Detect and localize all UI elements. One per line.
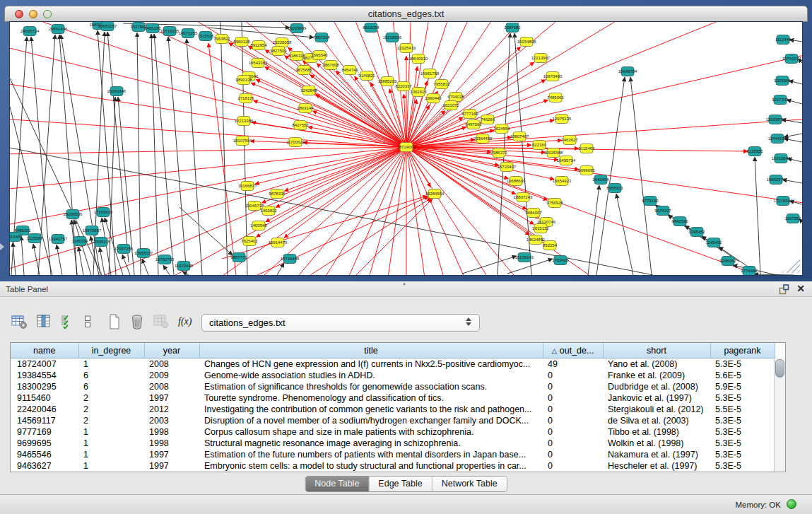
graph-node[interactable]: 1145492 bbox=[706, 238, 723, 247]
tab-network-table[interactable]: Network Table bbox=[432, 477, 507, 491]
graph-node[interactable]: 1621072 bbox=[442, 101, 459, 110]
graph-edge[interactable] bbox=[755, 157, 760, 275]
graph-node[interactable]: 18107554 bbox=[233, 136, 252, 146]
graph-node[interactable]: 2867608 bbox=[322, 61, 339, 70]
network-canvas[interactable]: 1872400779638228960128891295423226058982… bbox=[9, 21, 803, 276]
graph-node[interactable]: 15716485 bbox=[281, 255, 300, 264]
function-builder-icon[interactable]: f(x) bbox=[178, 316, 192, 327]
graph-edge[interactable] bbox=[71, 220, 77, 275]
graph-edge[interactable] bbox=[588, 185, 599, 275]
row-height-icon[interactable] bbox=[83, 315, 92, 329]
graph-node[interactable]: 7515526 bbox=[197, 32, 214, 41]
graph-node[interactable]: 16495754 bbox=[557, 156, 576, 165]
graph-node[interactable]: 2718176 bbox=[237, 94, 254, 103]
graph-node[interactable]: 15692971 bbox=[767, 175, 786, 185]
graph-edge[interactable] bbox=[630, 77, 652, 275]
graph-node[interactable]: 852254 bbox=[543, 241, 558, 250]
graph-node[interactable]: 6794028 bbox=[447, 93, 464, 102]
network-window-titlebar[interactable]: citations_edges.txt bbox=[4, 6, 808, 22]
graph-edge[interactable] bbox=[406, 147, 802, 275]
graph-node[interactable]: 7963822 bbox=[213, 35, 230, 44]
graph-node[interactable]: 9679197 bbox=[654, 206, 671, 216]
minimize-window-icon[interactable] bbox=[29, 10, 37, 18]
splitter-handle-icon[interactable]: ▴ bbox=[403, 280, 406, 286]
graph-node[interactable]: 1403948 bbox=[250, 221, 267, 230]
graph-edge[interactable] bbox=[256, 80, 406, 147]
graph-node[interactable]: 10688609 bbox=[507, 177, 526, 186]
graph-node[interactable]: 11923448 bbox=[175, 262, 194, 271]
graph-edge[interactable] bbox=[406, 22, 802, 147]
graph-node[interactable]: 7986372 bbox=[490, 148, 507, 158]
graph-node[interactable]: 9875685 bbox=[295, 66, 312, 75]
graph-node[interactable]: 16154808 bbox=[517, 37, 536, 47]
graph-node[interactable]: 7485063 bbox=[547, 93, 564, 103]
graph-edge[interactable] bbox=[10, 147, 406, 250]
graph-node[interactable]: 10653257 bbox=[98, 22, 117, 31]
column-header-out-degree[interactable]: △ out_de... bbox=[543, 343, 603, 358]
graph-node[interactable]: 1362615 bbox=[410, 88, 427, 97]
graph-node[interactable]: 6497568 bbox=[465, 120, 482, 129]
delete-column-icon[interactable] bbox=[130, 314, 144, 330]
graph-node[interactable]: 24055724 bbox=[20, 27, 40, 36]
graph-edge[interactable] bbox=[406, 147, 802, 275]
graph-node[interactable]: 10719155 bbox=[160, 27, 180, 36]
graph-node[interactable]: 9827509 bbox=[270, 47, 287, 56]
graph-edge[interactable] bbox=[10, 78, 102, 275]
graph-node[interactable]: 13342757 bbox=[49, 235, 68, 244]
graph-node[interactable]: 8454749 bbox=[341, 66, 358, 75]
graph-edge[interactable] bbox=[406, 147, 802, 275]
tab-edge-table[interactable]: Edge Table bbox=[368, 477, 431, 491]
graph-node[interactable]: 16210643 bbox=[772, 154, 791, 163]
graph-node[interactable]: 9245052 bbox=[719, 257, 736, 266]
graph-node[interactable]: 9890138 bbox=[235, 76, 252, 85]
graph-node[interactable]: 1145194 bbox=[72, 237, 89, 246]
graph-node[interactable]: 12213386 bbox=[235, 117, 254, 126]
graph-node[interactable]: 8960128 bbox=[233, 37, 250, 47]
graph-node[interactable]: 8427552 bbox=[292, 121, 309, 130]
graph-edge[interactable] bbox=[180, 207, 233, 255]
new-column-icon[interactable] bbox=[108, 314, 121, 329]
graph-node[interactable]: 1695546 bbox=[311, 51, 328, 60]
select-columns-icon[interactable] bbox=[61, 315, 74, 329]
close-panel-icon[interactable]: ✕ bbox=[796, 283, 805, 294]
graph-node[interactable]: 5878334 bbox=[269, 189, 286, 199]
table-row[interactable]: 969969511998Structural magnetic resonanc… bbox=[11, 438, 775, 449]
graph-node[interactable]: 1098452 bbox=[688, 228, 705, 237]
table-row[interactable]: 2242004622012Investigating the contribut… bbox=[11, 404, 775, 415]
table-row[interactable]: 946554611997Estimation of the future num… bbox=[11, 449, 775, 460]
graph-node[interactable]: 17957255 bbox=[114, 245, 134, 254]
graph-node[interactable]: 9463627 bbox=[561, 136, 578, 145]
graph-node[interactable]: 13325419 bbox=[397, 44, 416, 53]
graph-node[interactable]: 20206506 bbox=[64, 210, 83, 219]
table-row[interactable]: 1938455462009Genome-wide association stu… bbox=[11, 370, 775, 381]
float-panel-icon[interactable] bbox=[779, 284, 789, 295]
column-header-pagerank[interactable]: pagerank bbox=[710, 343, 775, 358]
graph-node[interactable]: 12213967 bbox=[531, 54, 551, 63]
graph-node[interactable]: 15751074 bbox=[782, 54, 801, 64]
close-window-icon[interactable] bbox=[15, 10, 23, 18]
graph-edge[interactable] bbox=[789, 81, 802, 84]
graph-edge[interactable] bbox=[406, 147, 802, 275]
graph-node[interactable]: 1774462 bbox=[741, 267, 758, 276]
column-header-year[interactable]: year bbox=[144, 343, 199, 358]
graph-edge[interactable] bbox=[462, 256, 517, 274]
graph-node[interactable]: 15720407 bbox=[498, 163, 517, 172]
table-selector-dropdown[interactable]: citations_edges.txt bbox=[201, 314, 480, 332]
graph-node[interactable]: 1615132 bbox=[532, 224, 549, 233]
graph-node[interactable]: 9777169 bbox=[461, 110, 478, 119]
graph-edge[interactable] bbox=[277, 263, 284, 275]
graph-node[interactable]: 2687682 bbox=[504, 23, 521, 33]
graph-edge[interactable] bbox=[406, 22, 578, 147]
graph-node[interactable]: 19384554 bbox=[425, 189, 445, 199]
show-columns-icon[interactable] bbox=[37, 315, 52, 329]
table-row[interactable]: 1456911722003Disruption of a novel membe… bbox=[11, 415, 775, 426]
graph-edge[interactable] bbox=[57, 245, 62, 275]
graph-edge[interactable] bbox=[406, 22, 802, 147]
graph-edge[interactable] bbox=[13, 243, 16, 275]
graph-edge[interactable] bbox=[276, 147, 406, 207]
graph-edge[interactable] bbox=[257, 197, 428, 275]
table-mode-icon[interactable] bbox=[11, 315, 28, 329]
zoom-window-icon[interactable] bbox=[43, 10, 52, 18]
graph-edge[interactable] bbox=[220, 22, 228, 275]
graph-node[interactable]: 10975887 bbox=[83, 226, 102, 235]
